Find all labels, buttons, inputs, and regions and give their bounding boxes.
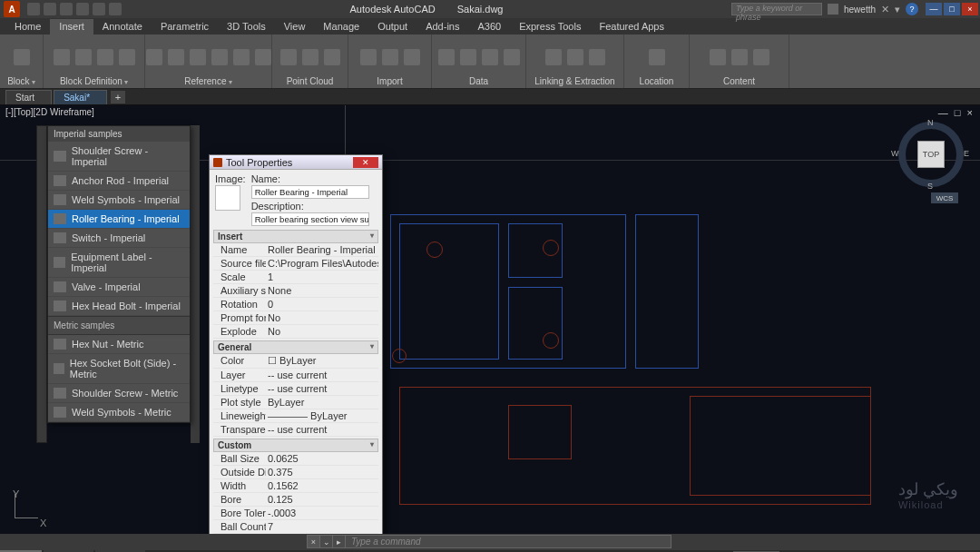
property-value[interactable]: No (266, 311, 378, 324)
dialog-titlebar[interactable]: Tool Properties ✕ (210, 155, 382, 170)
property-value[interactable]: -- use current (266, 423, 378, 436)
ribbon-icon[interactable] (382, 49, 398, 65)
property-row[interactable]: Ball Size0.0625 (213, 452, 378, 466)
section-general[interactable]: General (213, 340, 378, 354)
drawing-viewport[interactable]: [-][Top][2D Wireframe] — □ × TOP N S E W… (0, 105, 980, 534)
ribbon-panel-label[interactable]: Data (469, 76, 488, 86)
section-insert[interactable]: Insert (213, 230, 378, 243)
ribbon-icon[interactable] (649, 49, 665, 65)
viewport-window-buttons[interactable]: — □ × (938, 107, 975, 118)
ribbon-icon[interactable] (460, 49, 476, 65)
ribbon-icon[interactable] (233, 49, 250, 65)
property-row[interactable]: Width0.1562 (213, 479, 378, 493)
property-value[interactable]: 0.1562 (266, 479, 378, 492)
palette-item[interactable]: Roller Bearing - Imperial (48, 210, 190, 229)
palette-item[interactable]: Shoulder Screw - Imperial (48, 142, 190, 172)
exchange-icon[interactable]: ✕ (881, 4, 889, 15)
doc-tab-start[interactable]: Start (5, 90, 52, 104)
ribbon-icon[interactable] (14, 49, 30, 65)
ribbon-icon[interactable] (211, 49, 228, 65)
palette-item[interactable]: Shoulder Screw - Metric (48, 384, 190, 403)
ribbon-panel-label[interactable]: Point Cloud (287, 76, 334, 86)
help-icon[interactable]: ? (906, 3, 918, 15)
ribbon-icon[interactable] (438, 49, 455, 65)
ribbon-icon[interactable] (146, 49, 162, 65)
property-value[interactable]: 0.125 (266, 493, 378, 506)
minimize-button[interactable]: — (926, 3, 942, 15)
ribbon-icon[interactable] (710, 49, 726, 65)
user-name[interactable]: hewetth (844, 5, 876, 15)
property-value[interactable]: None (266, 284, 378, 297)
view-cube[interactable]: TOP N S E W (898, 122, 964, 187)
property-row[interactable]: Linetype-- use current (213, 382, 378, 396)
palette-item[interactable]: Valve - Imperial (48, 278, 190, 297)
ribbon-icon[interactable] (168, 49, 184, 65)
property-row[interactable]: Source fileC:\Program Files\Autodesk\Aut… (213, 257, 378, 271)
palette-item[interactable]: Weld Symbols - Imperial (48, 191, 190, 210)
property-value[interactable]: C:\Program Files\Autodesk\Aut... (266, 257, 378, 270)
property-value[interactable]: 1 (266, 271, 378, 283)
qat-print-icon[interactable] (109, 3, 122, 15)
property-row[interactable]: Plot styleByLayer (213, 396, 378, 409)
palette-side-tabs[interactable] (191, 125, 200, 443)
ribbon-tab-parametric[interactable]: Parametric (152, 19, 218, 34)
property-row[interactable]: Transparency-- use current (213, 423, 378, 437)
ribbon-icon[interactable] (504, 49, 520, 65)
property-value[interactable]: 7 (266, 520, 378, 533)
ribbon-icon[interactable] (324, 49, 340, 65)
ribbon-panel-label[interactable]: Block Definition (60, 76, 128, 86)
maximize-button[interactable]: □ (944, 3, 960, 15)
qat-save-icon[interactable] (60, 3, 73, 15)
ribbon-icon[interactable] (482, 49, 498, 65)
qat-new-icon[interactable] (27, 3, 40, 15)
palette-item[interactable]: Hex Socket Bolt (Side) - Metric (48, 354, 190, 384)
ribbon-tab-home[interactable]: Home (5, 19, 50, 34)
ribbon-tab-express-tools[interactable]: Express Tools (510, 19, 590, 34)
property-row[interactable]: Bore0.125 (213, 493, 378, 507)
property-value[interactable]: 0.0625 (266, 452, 378, 465)
palette-item[interactable]: Anchor Rod - Imperial (48, 172, 190, 191)
ribbon-panel-label[interactable]: Linking & Extraction (534, 76, 614, 86)
ribbon-panel-label[interactable]: Reference (184, 76, 231, 86)
palette-grip[interactable] (36, 125, 47, 443)
name-field[interactable]: Roller Bearing - Imperial (251, 185, 369, 199)
property-value[interactable]: ———— ByLayer (266, 409, 378, 422)
property-value[interactable]: -.0003 (266, 507, 378, 519)
property-row[interactable]: Auxiliary scaleNone (213, 284, 378, 298)
ribbon-icon[interactable] (75, 49, 92, 65)
command-close-icon[interactable]: × (308, 536, 320, 547)
command-input-box[interactable]: × ⌄ ▸ Type a command (307, 535, 671, 548)
property-row[interactable]: Scale1 (213, 271, 378, 284)
palette-item[interactable]: Switch - Imperial (48, 229, 190, 248)
property-row[interactable]: Ball Count7 (213, 520, 378, 534)
property-value[interactable]: ☐ ByLayer (266, 354, 378, 368)
ribbon-tab-3d-tools[interactable]: 3D Tools (218, 19, 275, 34)
section-custom[interactable]: Custom (213, 439, 378, 452)
ribbon-icon[interactable] (302, 49, 318, 65)
ribbon-icon[interactable] (190, 49, 206, 65)
ribbon-icon[interactable] (545, 49, 562, 65)
property-row[interactable]: Layer-- use current (213, 369, 378, 382)
app-logo[interactable]: A (4, 1, 20, 17)
ribbon-icon[interactable] (255, 49, 271, 65)
ribbon-icon[interactable] (589, 49, 605, 65)
viewport-label[interactable]: [-][Top][2D Wireframe] (5, 107, 94, 117)
ribbon-tab-manage[interactable]: Manage (314, 19, 368, 34)
ribbon-icon[interactable] (567, 49, 583, 65)
ribbon-panel-label[interactable]: Location (640, 76, 674, 86)
ribbon-tab-featured-apps[interactable]: Featured Apps (590, 19, 673, 34)
property-value[interactable]: No (266, 325, 378, 338)
doc-tab-sakai[interactable]: Sakai* (54, 90, 107, 104)
new-doc-tab-button[interactable]: + (111, 91, 125, 104)
palette-item[interactable]: Hex Nut - Metric (48, 335, 190, 354)
property-row[interactable]: Bore Toleran...-.0003 (213, 507, 378, 520)
ribbon-tab-insert[interactable]: Insert (50, 19, 93, 34)
desc-field[interactable]: Roller bearing section view supporting v… (251, 212, 369, 226)
dialog-close-button[interactable]: ✕ (353, 157, 378, 168)
qat-undo-icon[interactable] (76, 3, 89, 15)
ribbon-tab-view[interactable]: View (275, 19, 315, 34)
wcs-badge[interactable]: WCS (931, 192, 958, 203)
qat-open-icon[interactable] (44, 3, 56, 15)
ribbon-icon[interactable] (404, 49, 420, 65)
property-row[interactable]: Outside Dia...0.375 (213, 466, 378, 479)
